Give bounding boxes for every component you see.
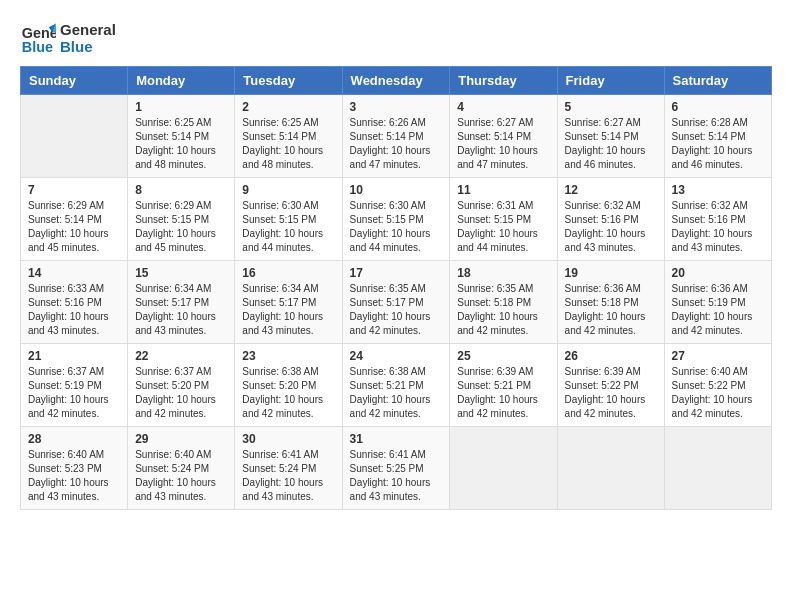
day-info: Sunrise: 6:39 AMSunset: 5:22 PMDaylight:… [565,365,657,421]
calendar-week-2: 14 Sunrise: 6:33 AMSunset: 5:16 PMDaylig… [21,261,772,344]
page-header: General Blue General Blue [20,20,772,56]
header-friday: Friday [557,67,664,95]
calendar-week-0: 1 Sunrise: 6:25 AMSunset: 5:14 PMDayligh… [21,95,772,178]
day-info: Sunrise: 6:40 AMSunset: 5:22 PMDaylight:… [672,365,764,421]
calendar-cell [664,427,771,510]
day-info: Sunrise: 6:29 AMSunset: 5:14 PMDaylight:… [28,199,120,255]
day-number: 18 [457,266,549,280]
calendar-cell: 2 Sunrise: 6:25 AMSunset: 5:14 PMDayligh… [235,95,342,178]
calendar-cell: 9 Sunrise: 6:30 AMSunset: 5:15 PMDayligh… [235,178,342,261]
day-number: 13 [672,183,764,197]
day-number: 19 [565,266,657,280]
calendar-cell: 8 Sunrise: 6:29 AMSunset: 5:15 PMDayligh… [128,178,235,261]
calendar-cell: 27 Sunrise: 6:40 AMSunset: 5:22 PMDaylig… [664,344,771,427]
calendar-cell: 14 Sunrise: 6:33 AMSunset: 5:16 PMDaylig… [21,261,128,344]
calendar-cell: 23 Sunrise: 6:38 AMSunset: 5:20 PMDaylig… [235,344,342,427]
logo: General Blue General Blue [20,20,116,56]
calendar-cell: 13 Sunrise: 6:32 AMSunset: 5:16 PMDaylig… [664,178,771,261]
calendar-cell: 30 Sunrise: 6:41 AMSunset: 5:24 PMDaylig… [235,427,342,510]
day-number: 16 [242,266,334,280]
calendar-cell: 16 Sunrise: 6:34 AMSunset: 5:17 PMDaylig… [235,261,342,344]
calendar-cell: 6 Sunrise: 6:28 AMSunset: 5:14 PMDayligh… [664,95,771,178]
calendar-cell: 11 Sunrise: 6:31 AMSunset: 5:15 PMDaylig… [450,178,557,261]
day-number: 15 [135,266,227,280]
day-number: 24 [350,349,443,363]
day-info: Sunrise: 6:37 AMSunset: 5:20 PMDaylight:… [135,365,227,421]
calendar-cell: 25 Sunrise: 6:39 AMSunset: 5:21 PMDaylig… [450,344,557,427]
calendar-cell: 19 Sunrise: 6:36 AMSunset: 5:18 PMDaylig… [557,261,664,344]
day-info: Sunrise: 6:25 AMSunset: 5:14 PMDaylight:… [135,116,227,172]
calendar-cell: 12 Sunrise: 6:32 AMSunset: 5:16 PMDaylig… [557,178,664,261]
day-number: 3 [350,100,443,114]
day-number: 28 [28,432,120,446]
logo-text-general: General [60,21,116,38]
calendar-header-row: SundayMondayTuesdayWednesdayThursdayFrid… [21,67,772,95]
header-monday: Monday [128,67,235,95]
calendar-cell: 18 Sunrise: 6:35 AMSunset: 5:18 PMDaylig… [450,261,557,344]
day-number: 29 [135,432,227,446]
day-info: Sunrise: 6:27 AMSunset: 5:14 PMDaylight:… [457,116,549,172]
day-info: Sunrise: 6:40 AMSunset: 5:23 PMDaylight:… [28,448,120,504]
day-info: Sunrise: 6:40 AMSunset: 5:24 PMDaylight:… [135,448,227,504]
calendar-cell: 29 Sunrise: 6:40 AMSunset: 5:24 PMDaylig… [128,427,235,510]
day-number: 22 [135,349,227,363]
header-sunday: Sunday [21,67,128,95]
day-number: 21 [28,349,120,363]
calendar-cell: 21 Sunrise: 6:37 AMSunset: 5:19 PMDaylig… [21,344,128,427]
calendar-week-3: 21 Sunrise: 6:37 AMSunset: 5:19 PMDaylig… [21,344,772,427]
day-info: Sunrise: 6:33 AMSunset: 5:16 PMDaylight:… [28,282,120,338]
calendar-cell: 1 Sunrise: 6:25 AMSunset: 5:14 PMDayligh… [128,95,235,178]
day-number: 17 [350,266,443,280]
calendar-cell: 26 Sunrise: 6:39 AMSunset: 5:22 PMDaylig… [557,344,664,427]
day-info: Sunrise: 6:38 AMSunset: 5:21 PMDaylight:… [350,365,443,421]
day-info: Sunrise: 6:27 AMSunset: 5:14 PMDaylight:… [565,116,657,172]
calendar-cell: 4 Sunrise: 6:27 AMSunset: 5:14 PMDayligh… [450,95,557,178]
day-number: 25 [457,349,549,363]
day-info: Sunrise: 6:31 AMSunset: 5:15 PMDaylight:… [457,199,549,255]
day-info: Sunrise: 6:35 AMSunset: 5:17 PMDaylight:… [350,282,443,338]
calendar-table: SundayMondayTuesdayWednesdayThursdayFrid… [20,66,772,510]
calendar-cell: 15 Sunrise: 6:34 AMSunset: 5:17 PMDaylig… [128,261,235,344]
day-info: Sunrise: 6:38 AMSunset: 5:20 PMDaylight:… [242,365,334,421]
day-info: Sunrise: 6:26 AMSunset: 5:14 PMDaylight:… [350,116,443,172]
logo-icon: General Blue [20,20,56,56]
day-info: Sunrise: 6:29 AMSunset: 5:15 PMDaylight:… [135,199,227,255]
day-number: 27 [672,349,764,363]
day-info: Sunrise: 6:30 AMSunset: 5:15 PMDaylight:… [242,199,334,255]
header-thursday: Thursday [450,67,557,95]
calendar-week-1: 7 Sunrise: 6:29 AMSunset: 5:14 PMDayligh… [21,178,772,261]
calendar-cell: 31 Sunrise: 6:41 AMSunset: 5:25 PMDaylig… [342,427,450,510]
calendar-cell [21,95,128,178]
calendar-cell [557,427,664,510]
day-number: 10 [350,183,443,197]
day-info: Sunrise: 6:36 AMSunset: 5:18 PMDaylight:… [565,282,657,338]
day-number: 6 [672,100,764,114]
day-info: Sunrise: 6:39 AMSunset: 5:21 PMDaylight:… [457,365,549,421]
day-info: Sunrise: 6:36 AMSunset: 5:19 PMDaylight:… [672,282,764,338]
day-info: Sunrise: 6:34 AMSunset: 5:17 PMDaylight:… [242,282,334,338]
day-number: 23 [242,349,334,363]
day-number: 9 [242,183,334,197]
calendar-week-4: 28 Sunrise: 6:40 AMSunset: 5:23 PMDaylig… [21,427,772,510]
calendar-cell: 20 Sunrise: 6:36 AMSunset: 5:19 PMDaylig… [664,261,771,344]
calendar-cell: 24 Sunrise: 6:38 AMSunset: 5:21 PMDaylig… [342,344,450,427]
day-info: Sunrise: 6:32 AMSunset: 5:16 PMDaylight:… [565,199,657,255]
header-saturday: Saturday [664,67,771,95]
day-info: Sunrise: 6:34 AMSunset: 5:17 PMDaylight:… [135,282,227,338]
calendar-cell: 22 Sunrise: 6:37 AMSunset: 5:20 PMDaylig… [128,344,235,427]
day-number: 2 [242,100,334,114]
logo-text-blue: Blue [60,38,116,55]
svg-text:Blue: Blue [22,39,53,55]
day-number: 7 [28,183,120,197]
calendar-cell: 28 Sunrise: 6:40 AMSunset: 5:23 PMDaylig… [21,427,128,510]
header-tuesday: Tuesday [235,67,342,95]
day-info: Sunrise: 6:37 AMSunset: 5:19 PMDaylight:… [28,365,120,421]
day-info: Sunrise: 6:32 AMSunset: 5:16 PMDaylight:… [672,199,764,255]
calendar-cell: 7 Sunrise: 6:29 AMSunset: 5:14 PMDayligh… [21,178,128,261]
day-info: Sunrise: 6:41 AMSunset: 5:25 PMDaylight:… [350,448,443,504]
day-number: 26 [565,349,657,363]
calendar-cell [450,427,557,510]
day-number: 5 [565,100,657,114]
day-info: Sunrise: 6:35 AMSunset: 5:18 PMDaylight:… [457,282,549,338]
day-info: Sunrise: 6:25 AMSunset: 5:14 PMDaylight:… [242,116,334,172]
